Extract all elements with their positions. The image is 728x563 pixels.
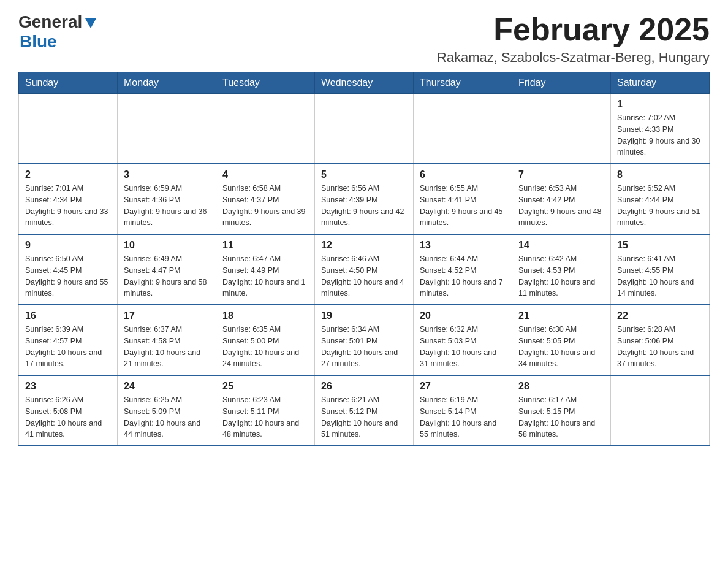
calendar-cell: 13Sunrise: 6:44 AM Sunset: 4:52 PM Dayli…: [414, 234, 512, 305]
logo-triangle-icon: [84, 16, 97, 29]
calendar-cell: 6Sunrise: 6:55 AM Sunset: 4:41 PM Daylig…: [414, 164, 512, 234]
weekday-header-sunday: Sunday: [19, 72, 118, 94]
calendar-cell: 10Sunrise: 6:49 AM Sunset: 4:47 PM Dayli…: [118, 234, 216, 305]
day-number: 26: [321, 381, 407, 392]
day-number: 4: [222, 169, 308, 180]
day-number: 11: [222, 240, 308, 251]
day-info: Sunrise: 6:23 AM Sunset: 5:11 PM Dayligh…: [222, 394, 308, 440]
calendar-cell: 1Sunrise: 7:02 AM Sunset: 4:33 PM Daylig…: [611, 94, 710, 164]
calendar-cell: 27Sunrise: 6:19 AM Sunset: 5:14 PM Dayli…: [414, 375, 512, 446]
day-number: 16: [25, 310, 111, 321]
day-number: 8: [617, 169, 703, 180]
main-title: February 2025: [437, 12, 710, 47]
calendar-cell: 16Sunrise: 6:39 AM Sunset: 4:57 PM Dayli…: [19, 305, 118, 375]
day-number: 1: [617, 99, 703, 110]
day-info: Sunrise: 7:02 AM Sunset: 4:33 PM Dayligh…: [617, 112, 703, 158]
day-info: Sunrise: 6:25 AM Sunset: 5:09 PM Dayligh…: [124, 394, 210, 440]
calendar-cell: 28Sunrise: 6:17 AM Sunset: 5:15 PM Dayli…: [512, 375, 611, 446]
day-info: Sunrise: 6:32 AM Sunset: 5:03 PM Dayligh…: [420, 324, 506, 370]
calendar-cell: 4Sunrise: 6:58 AM Sunset: 4:37 PM Daylig…: [216, 164, 315, 234]
day-info: Sunrise: 6:21 AM Sunset: 5:12 PM Dayligh…: [321, 394, 407, 440]
day-info: Sunrise: 6:39 AM Sunset: 4:57 PM Dayligh…: [25, 324, 111, 370]
calendar-cell: 15Sunrise: 6:41 AM Sunset: 4:55 PM Dayli…: [611, 234, 710, 305]
calendar-cell: 7Sunrise: 6:53 AM Sunset: 4:42 PM Daylig…: [512, 164, 611, 234]
day-info: Sunrise: 6:49 AM Sunset: 4:47 PM Dayligh…: [124, 253, 210, 299]
day-number: 27: [420, 381, 506, 392]
day-info: Sunrise: 6:34 AM Sunset: 5:01 PM Dayligh…: [321, 324, 407, 370]
logo-general-text: General: [18, 12, 82, 32]
weekday-header-saturday: Saturday: [611, 72, 710, 94]
day-number: 22: [617, 310, 703, 321]
day-info: Sunrise: 6:59 AM Sunset: 4:36 PM Dayligh…: [124, 183, 210, 229]
day-info: Sunrise: 6:37 AM Sunset: 4:58 PM Dayligh…: [124, 324, 210, 370]
weekday-header-row: SundayMondayTuesdayWednesdayThursdayFrid…: [19, 72, 710, 94]
day-number: 25: [222, 381, 308, 392]
day-number: 13: [420, 240, 506, 251]
calendar-cell: 22Sunrise: 6:28 AM Sunset: 5:06 PM Dayli…: [611, 305, 710, 375]
day-info: Sunrise: 6:35 AM Sunset: 5:00 PM Dayligh…: [222, 324, 308, 370]
title-section: February 2025 Rakamaz, Szabolcs-Szatmar-…: [437, 12, 710, 66]
day-number: 20: [420, 310, 506, 321]
calendar-week-row: 9Sunrise: 6:50 AM Sunset: 4:45 PM Daylig…: [19, 234, 710, 305]
day-number: 7: [518, 169, 604, 180]
day-number: 3: [124, 169, 210, 180]
day-info: Sunrise: 6:46 AM Sunset: 4:50 PM Dayligh…: [321, 253, 407, 299]
day-info: Sunrise: 6:47 AM Sunset: 4:49 PM Dayligh…: [222, 253, 308, 299]
calendar-cell: 20Sunrise: 6:32 AM Sunset: 5:03 PM Dayli…: [414, 305, 512, 375]
calendar-cell: 18Sunrise: 6:35 AM Sunset: 5:00 PM Dayli…: [216, 305, 315, 375]
day-number: 18: [222, 310, 308, 321]
page-header: General Blue February 2025 Rakamaz, Szab…: [18, 12, 710, 66]
weekday-header-friday: Friday: [512, 72, 611, 94]
day-info: Sunrise: 6:17 AM Sunset: 5:15 PM Dayligh…: [518, 394, 604, 440]
calendar-cell: 19Sunrise: 6:34 AM Sunset: 5:01 PM Dayli…: [315, 305, 414, 375]
calendar-cell: [216, 94, 315, 164]
day-info: Sunrise: 6:56 AM Sunset: 4:39 PM Dayligh…: [321, 183, 407, 229]
day-number: 21: [518, 310, 604, 321]
calendar-cell: 2Sunrise: 7:01 AM Sunset: 4:34 PM Daylig…: [19, 164, 118, 234]
day-info: Sunrise: 6:28 AM Sunset: 5:06 PM Dayligh…: [617, 324, 703, 370]
day-number: 2: [25, 169, 111, 180]
day-info: Sunrise: 6:55 AM Sunset: 4:41 PM Dayligh…: [420, 183, 506, 229]
subtitle: Rakamaz, Szabolcs-Szatmar-Bereg, Hungary: [437, 50, 710, 66]
day-info: Sunrise: 6:50 AM Sunset: 4:45 PM Dayligh…: [25, 253, 111, 299]
day-number: 9: [25, 240, 111, 251]
weekday-header-monday: Monday: [118, 72, 216, 94]
calendar-table: SundayMondayTuesdayWednesdayThursdayFrid…: [18, 72, 710, 446]
calendar-cell: [512, 94, 611, 164]
weekday-header-thursday: Thursday: [414, 72, 512, 94]
day-info: Sunrise: 6:52 AM Sunset: 4:44 PM Dayligh…: [617, 183, 703, 229]
day-number: 12: [321, 240, 407, 251]
calendar-cell: 11Sunrise: 6:47 AM Sunset: 4:49 PM Dayli…: [216, 234, 315, 305]
calendar-cell: 23Sunrise: 6:26 AM Sunset: 5:08 PM Dayli…: [19, 375, 118, 446]
day-number: 10: [124, 240, 210, 251]
day-info: Sunrise: 6:26 AM Sunset: 5:08 PM Dayligh…: [25, 394, 111, 440]
calendar-cell: 14Sunrise: 6:42 AM Sunset: 4:53 PM Dayli…: [512, 234, 611, 305]
day-number: 23: [25, 381, 111, 392]
day-number: 24: [124, 381, 210, 392]
day-number: 15: [617, 240, 703, 251]
day-number: 14: [518, 240, 604, 251]
calendar-cell: 24Sunrise: 6:25 AM Sunset: 5:09 PM Dayli…: [118, 375, 216, 446]
calendar-cell: 25Sunrise: 6:23 AM Sunset: 5:11 PM Dayli…: [216, 375, 315, 446]
day-info: Sunrise: 6:53 AM Sunset: 4:42 PM Dayligh…: [518, 183, 604, 229]
calendar-cell: [118, 94, 216, 164]
calendar-cell: 5Sunrise: 6:56 AM Sunset: 4:39 PM Daylig…: [315, 164, 414, 234]
calendar-cell: [19, 94, 118, 164]
day-number: 28: [518, 381, 604, 392]
day-info: Sunrise: 6:30 AM Sunset: 5:05 PM Dayligh…: [518, 324, 604, 370]
calendar-cell: 12Sunrise: 6:46 AM Sunset: 4:50 PM Dayli…: [315, 234, 414, 305]
day-number: 5: [321, 169, 407, 180]
logo-blue-text: Blue: [20, 32, 57, 51]
day-info: Sunrise: 6:42 AM Sunset: 4:53 PM Dayligh…: [518, 253, 604, 299]
calendar-cell: 26Sunrise: 6:21 AM Sunset: 5:12 PM Dayli…: [315, 375, 414, 446]
calendar-cell: 3Sunrise: 6:59 AM Sunset: 4:36 PM Daylig…: [118, 164, 216, 234]
calendar-cell: 21Sunrise: 6:30 AM Sunset: 5:05 PM Dayli…: [512, 305, 611, 375]
calendar-cell: [414, 94, 512, 164]
calendar-cell: [315, 94, 414, 164]
calendar-cell: 8Sunrise: 6:52 AM Sunset: 4:44 PM Daylig…: [611, 164, 710, 234]
day-number: 17: [124, 310, 210, 321]
day-number: 6: [420, 169, 506, 180]
calendar-cell: 9Sunrise: 6:50 AM Sunset: 4:45 PM Daylig…: [19, 234, 118, 305]
logo: General Blue: [18, 12, 97, 52]
svg-marker-0: [85, 18, 96, 28]
